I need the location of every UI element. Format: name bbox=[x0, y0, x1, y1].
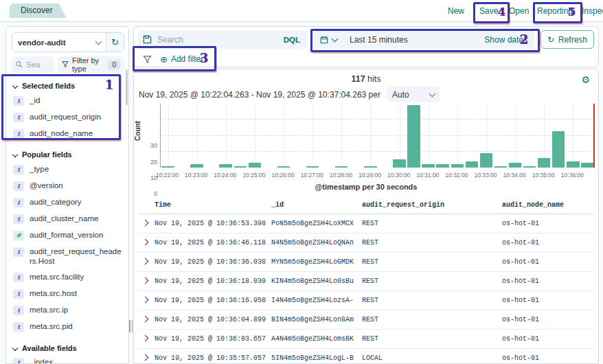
histogram-bar[interactable] bbox=[494, 166, 507, 168]
expand-row-button[interactable] bbox=[142, 316, 149, 323]
menu-item-reporting[interactable]: Reporting bbox=[537, 6, 573, 16]
cell-origin: REST bbox=[359, 234, 499, 253]
refresh-button[interactable]: ↻ Refresh bbox=[541, 30, 594, 49]
query-language-button[interactable]: DQL bbox=[284, 36, 300, 44]
field-item[interactable]: taudit_category bbox=[12, 194, 124, 210]
field-item[interactable]: t_id bbox=[12, 92, 124, 109]
field-section-header[interactable]: Selected fields bbox=[13, 82, 124, 90]
histogram-bar[interactable] bbox=[335, 166, 348, 168]
histogram-bar[interactable] bbox=[581, 163, 593, 168]
field-item[interactable]: taudit_node_name bbox=[12, 125, 124, 141]
index-pattern-select[interactable]: vendor-audit ↻ bbox=[12, 32, 124, 52]
show-dates-button[interactable]: Show dates bbox=[484, 35, 527, 45]
date-picker[interactable]: Last 15 minutes Show dates bbox=[313, 30, 534, 49]
time-range-value[interactable]: Last 15 minutes bbox=[350, 35, 408, 45]
histogram-bar[interactable] bbox=[436, 164, 448, 168]
expand-row-button[interactable] bbox=[142, 239, 149, 246]
field-name: audit_request_origin bbox=[30, 112, 101, 122]
histogram-bar[interactable] bbox=[451, 164, 464, 168]
field-section-header[interactable]: Available fields bbox=[13, 344, 124, 352]
field-item[interactable]: #audit_format_version bbox=[12, 227, 124, 243]
field-name: meta.src.pid bbox=[30, 321, 73, 331]
histogram-bar[interactable] bbox=[219, 164, 231, 168]
histogram-bar[interactable] bbox=[509, 163, 521, 168]
field-item[interactable]: taudit_cluster_name bbox=[12, 210, 124, 227]
histogram-bar[interactable] bbox=[234, 166, 247, 168]
grid-line bbox=[284, 104, 284, 168]
field-section-header[interactable]: Popular fields bbox=[13, 150, 124, 159]
histogram-bar[interactable] bbox=[422, 164, 434, 168]
add-filter-button[interactable]: ⊕ Add filter bbox=[160, 54, 203, 64]
histogram-bar[interactable] bbox=[277, 166, 290, 168]
histogram-bar[interactable] bbox=[407, 105, 420, 168]
column-header-origin[interactable]: audit_request_origin bbox=[359, 197, 499, 214]
panel-resize-handle[interactable] bbox=[129, 320, 135, 332]
field-item[interactable]: tmeta.src.facility bbox=[12, 269, 124, 286]
histogram-bar[interactable] bbox=[552, 131, 565, 168]
menu-item-save[interactable]: Save bbox=[479, 6, 498, 16]
expand-row-button[interactable] bbox=[142, 335, 149, 342]
expand-row-button[interactable] bbox=[142, 220, 149, 227]
histogram-bar[interactable] bbox=[393, 159, 405, 168]
field-item[interactable]: tmeta.src.pid bbox=[12, 319, 124, 335]
menu-item-new[interactable]: New bbox=[448, 6, 464, 16]
expand-row-button[interactable] bbox=[142, 277, 149, 284]
cell-node: os-hot-01 bbox=[499, 214, 594, 234]
hits-count: 117 hits bbox=[134, 69, 598, 84]
field-search-placeholder: Sea bbox=[26, 60, 40, 69]
y-axis-tick: 20 bbox=[135, 159, 157, 166]
chevron-down-icon bbox=[429, 91, 436, 98]
filter-by-type-button[interactable]: Filter by type 0 bbox=[58, 56, 124, 73]
expand-row-button[interactable] bbox=[142, 297, 149, 304]
field-name: meta.src.facility bbox=[30, 272, 84, 282]
search-input[interactable]: Search DQL bbox=[138, 30, 307, 49]
field-item[interactable]: t_index bbox=[12, 354, 124, 364]
x-axis-tick: 10:30:00 bbox=[387, 172, 410, 179]
x-axis-tick: 10:33:00 bbox=[474, 172, 497, 179]
gear-icon[interactable]: ⚙ bbox=[581, 74, 590, 85]
plus-circle-icon: ⊕ bbox=[160, 55, 168, 64]
field-search-input[interactable]: Sea bbox=[12, 56, 54, 73]
string-field-icon: t bbox=[13, 247, 24, 257]
menu-item-inspect[interactable]: Inspect bbox=[582, 6, 603, 16]
expand-row-button[interactable] bbox=[142, 354, 149, 361]
field-item[interactable]: tmeta.src.ip bbox=[12, 302, 124, 319]
column-header-node[interactable]: audit_node_name bbox=[499, 197, 594, 214]
interval-select[interactable]: Auto bbox=[387, 87, 440, 102]
breadcrumb[interactable]: Discover bbox=[10, 3, 67, 18]
fields-sidebar: vendor-audit ↻ Sea Filter by type 0 Sele… bbox=[5, 26, 129, 364]
filter-icon bbox=[62, 61, 69, 68]
x-axis-tick: 10:22:00 bbox=[156, 172, 179, 179]
histogram-bar[interactable] bbox=[190, 164, 203, 168]
expand-row-button[interactable] bbox=[142, 258, 149, 265]
field-name: audit_format_version bbox=[30, 230, 103, 240]
cell-time: Nov 19, 2025 @ 10:36:03.657 bbox=[152, 330, 269, 349]
column-header-time[interactable]: Time bbox=[152, 197, 269, 214]
histogram-bar[interactable] bbox=[538, 158, 550, 168]
histogram-bar[interactable] bbox=[364, 166, 376, 168]
field-item[interactable]: tmeta.src.host bbox=[12, 286, 124, 302]
sidebar-scrollbar[interactable] bbox=[126, 69, 128, 105]
histogram-bar[interactable] bbox=[480, 153, 492, 168]
refresh-fields-button[interactable]: ↻ bbox=[106, 33, 124, 52]
x-axis-tick: 10:25:00 bbox=[242, 172, 265, 179]
menu-item-open[interactable]: Open bbox=[509, 6, 529, 16]
saved-query-icon[interactable] bbox=[143, 35, 152, 44]
field-item[interactable]: t@version bbox=[12, 177, 124, 194]
histogram-bar[interactable] bbox=[567, 161, 579, 168]
grid-line bbox=[429, 104, 429, 168]
filter-bar-icon[interactable] bbox=[143, 55, 152, 64]
field-item[interactable]: taudit_rest_request_headers.Host bbox=[12, 243, 124, 269]
histogram-bar[interactable] bbox=[161, 166, 174, 168]
histogram-bar[interactable] bbox=[466, 161, 478, 168]
cell-id: KIN4m5oBgeZSH4Lo0sBu bbox=[269, 272, 359, 291]
histogram-bar[interactable] bbox=[523, 166, 536, 168]
table-header-row: Time _id audit_request_origin audit_node… bbox=[138, 197, 594, 214]
field-item[interactable]: t_type bbox=[12, 161, 124, 177]
column-header-id[interactable]: _id bbox=[269, 197, 359, 214]
histogram-bar[interactable] bbox=[306, 166, 319, 168]
field-item[interactable]: taudit_request_origin bbox=[12, 109, 124, 125]
histogram-bar[interactable] bbox=[249, 163, 261, 168]
expand-cell bbox=[138, 272, 152, 291]
string-field-icon: t bbox=[13, 181, 24, 191]
